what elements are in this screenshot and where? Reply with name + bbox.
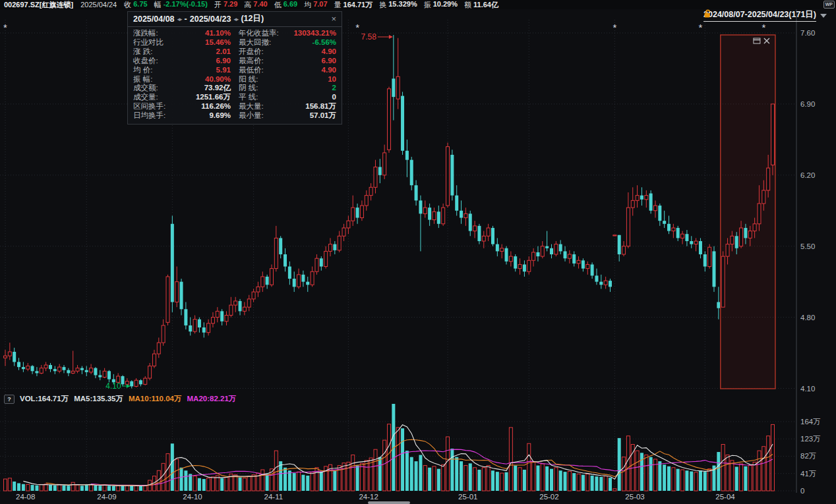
stat-label: 区间换手:: [133, 102, 175, 111]
time-axis-labels: 24-0824-0924-1024-1124-1225-0125-0225-03…: [16, 493, 735, 501]
range-end-stepper-icon[interactable]: ◂▸: [233, 16, 238, 22]
volume-tick-label: 164万: [800, 418, 821, 426]
candlesticks[interactable]: [4, 35, 775, 388]
quote-field: 量164.71万: [334, 0, 373, 10]
stat-label: 平 线:: [239, 93, 291, 102]
volume-tick-label: 41万: [800, 470, 816, 478]
volume-ma5-value: MA5:135.35万: [74, 394, 123, 404]
stat-label: 振 幅:: [133, 75, 175, 84]
stat-value: 1251.66万: [175, 93, 239, 102]
event-markers: *****: [3, 22, 765, 33]
month-tick-label: 25-02: [539, 493, 558, 501]
stat-label: 最小量:: [239, 111, 291, 121]
stat-value: 9.69%: [175, 111, 239, 121]
quote-field: 额11.64亿: [464, 0, 498, 10]
range-separator: -: [185, 14, 187, 24]
quote-date: 2025/04/24: [80, 1, 117, 9]
chevron-down-icon[interactable]: [820, 14, 827, 18]
price-tick-label: 6.20: [800, 171, 815, 179]
event-marker-icon[interactable]: *: [3, 22, 7, 33]
range-start-date: 2025/04/08: [133, 14, 175, 24]
stock-symbol: 002697.SZ[红旗连锁]: [4, 0, 73, 10]
range-start-stepper-icon[interactable]: ◂▸: [177, 16, 182, 22]
stat-label: 最大回撤:: [239, 38, 291, 47]
wp-badge-icon[interactable]: WP: [823, 1, 835, 9]
stock-chart-app: *****7.584.107.606.906.205.504.804.10164…: [0, 0, 836, 504]
stat-label: 最大量:: [239, 102, 291, 111]
month-tick-label: 25-01: [458, 493, 477, 501]
stat-label: 阳 线:: [239, 75, 291, 84]
price-tick-label: 6.90: [800, 100, 815, 108]
month-tick-label: 24-08: [16, 493, 35, 501]
stat-label: 涨跌幅:: [133, 29, 175, 38]
quote-field: 换15.329%: [379, 0, 417, 10]
stat-value: 0: [291, 93, 336, 102]
stat-label: 最低价:: [239, 66, 291, 75]
date-range-label[interactable]: 2024/08/07-2025/04/23(171日): [703, 9, 816, 22]
month-tick-label: 24-12: [359, 493, 378, 501]
volume-pane-header: ? VOL:164.71万 MA5:135.35万 MA10:110.04万 M…: [4, 394, 236, 404]
stat-value: 41.10%: [175, 29, 239, 38]
stat-value: 116.26%: [175, 102, 239, 111]
stat-label: 行业对比: [133, 38, 175, 47]
price-tick-label: 4.10: [800, 385, 815, 393]
month-tick-label: 24-10: [183, 493, 202, 501]
stat-value: 4.90: [291, 47, 336, 57]
quote-bar: 002697.SZ[红旗连锁] 2025/04/24 收6.75幅-2.17%(…: [0, 0, 836, 9]
quote-field: 低6.69: [274, 0, 297, 10]
stat-value: 57.01万: [291, 111, 336, 121]
price-tick-label: 7.60: [800, 29, 815, 37]
stats-panel-header: 2025/04/08 ◂▸ - 2025/04/23 ◂▸ (12日) ×: [128, 12, 342, 27]
kline-chart[interactable]: *****7.584.107.606.906.205.504.804.10164…: [0, 0, 836, 504]
event-marker-icon[interactable]: *: [761, 22, 765, 33]
stat-label: 日均换手:: [133, 111, 175, 121]
quote-field: 高7.40: [244, 0, 267, 10]
range-day-count: (12日): [241, 13, 264, 24]
volume-ma10-value: MA10:110.04万: [129, 394, 182, 404]
volume-tick-label: 82万: [800, 452, 816, 460]
date-range-control[interactable]: 2024/08/07-2025/04/23(171日): [703, 9, 827, 22]
stat-value: 6.90: [175, 57, 239, 66]
stat-label: 均 价:: [133, 66, 175, 75]
volume-ma20-value: MA20:82.21万: [187, 394, 237, 404]
help-icon[interactable]: ?: [4, 395, 15, 404]
month-tick-label: 25-04: [715, 493, 735, 501]
stat-label: 最高价:: [239, 57, 291, 66]
unlock-icon[interactable]: [703, 9, 712, 18]
stat-value: 2: [291, 84, 336, 93]
stat-label: 收盘价:: [133, 57, 175, 66]
event-marker-icon[interactable]: *: [612, 22, 616, 33]
stat-label: 开盘价:: [239, 47, 291, 57]
volume-tick-label: 123万: [800, 435, 821, 443]
price-axis-labels: 7.606.906.205.504.804.10: [800, 29, 815, 393]
quote-field: 幅-2.17%(-0.15): [154, 0, 208, 10]
horizontal-scrollbar-thumb[interactable]: [368, 501, 410, 504]
stat-value: 2.01: [175, 47, 239, 57]
quote-fields: 收6.75幅-2.17%(-0.15)开7.29高7.40低6.69均7.07量…: [124, 0, 498, 10]
range-stats-panel[interactable]: 2025/04/08 ◂▸ - 2025/04/23 ◂▸ (12日) × 涨跌…: [127, 11, 342, 125]
close-icon[interactable]: ×: [331, 14, 336, 24]
volume-bars[interactable]: [4, 404, 775, 491]
stat-value: 156.81万: [291, 102, 336, 111]
stat-value: 40.90%: [175, 75, 239, 84]
event-marker-icon[interactable]: *: [699, 22, 703, 33]
low-price-label: 4.10: [105, 381, 121, 391]
high-price-label: 7.58: [361, 32, 376, 42]
stat-value: 73.92亿: [175, 84, 239, 93]
stat-label: 年化收益率:: [239, 29, 291, 38]
volume-axis-labels: 164万123万82万41万0: [800, 418, 821, 495]
quote-field: 开7.29: [214, 0, 237, 10]
price-tick-label: 5.50: [800, 242, 815, 250]
stat-label: 阴 线:: [239, 84, 291, 93]
stat-label: 成交量:: [133, 93, 175, 102]
month-tick-label: 24-11: [264, 493, 284, 501]
range-end-date: 2025/04/23: [190, 14, 231, 24]
stats-grid: 涨跌幅:41.10%年化收益率:130343.21%行业对比15.46%最大回撤…: [128, 27, 342, 124]
stat-label: 成交额:: [133, 84, 175, 93]
selection-region-fill: [721, 35, 775, 389]
event-marker-icon[interactable]: *: [355, 22, 359, 33]
stat-value: 4.90: [291, 66, 336, 75]
quote-field: 振10.29%: [424, 0, 458, 10]
quote-field: 均7.07: [304, 0, 327, 10]
month-tick-label: 25-03: [625, 493, 644, 501]
